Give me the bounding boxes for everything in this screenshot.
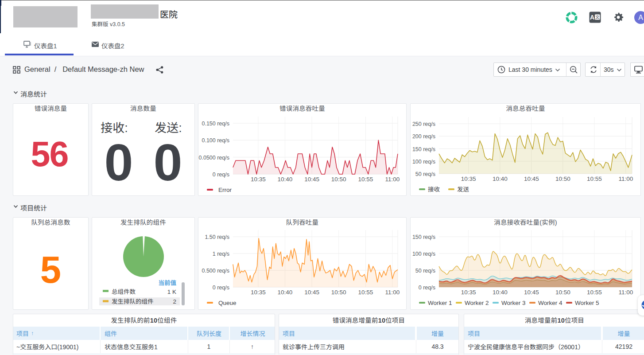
svg-text:10:50: 10:50 xyxy=(331,289,346,296)
svg-text:10:50: 10:50 xyxy=(555,289,570,296)
svg-text:0.500 req/s: 0.500 req/s xyxy=(202,268,229,274)
svg-text:11:00: 11:00 xyxy=(618,289,633,296)
svg-text:Worker 4: Worker 4 xyxy=(538,300,563,306)
svg-text:0 req/s: 0 req/s xyxy=(213,285,229,291)
svg-text:11:00: 11:00 xyxy=(618,176,633,182)
svg-text:10:35: 10:35 xyxy=(461,176,476,182)
svg-text:文: 文 xyxy=(595,15,600,20)
svg-text:10:55: 10:55 xyxy=(587,176,602,182)
svg-text:50 req/s: 50 req/s xyxy=(415,171,435,177)
svg-text:11:00: 11:00 xyxy=(385,289,400,296)
svg-text:0.0500 req/s: 0.0500 req/s xyxy=(199,155,230,161)
svg-text:250 req/s: 250 req/s xyxy=(412,121,435,127)
svg-text:10:55: 10:55 xyxy=(358,176,373,183)
svg-text:10:45: 10:45 xyxy=(524,289,539,296)
svg-text:Worker 2: Worker 2 xyxy=(465,300,489,306)
svg-text:10:40: 10:40 xyxy=(493,289,508,296)
svg-text:10:40: 10:40 xyxy=(278,176,293,183)
svg-text:10:40: 10:40 xyxy=(493,176,508,182)
svg-text:200 req/s: 200 req/s xyxy=(412,133,435,140)
svg-text:1 K: 1 K xyxy=(167,289,176,295)
svg-text:10:35: 10:35 xyxy=(251,289,266,296)
svg-text:10:45: 10:45 xyxy=(304,289,319,296)
svg-text:发送: 发送 xyxy=(457,186,469,193)
svg-text:100 req/s: 100 req/s xyxy=(412,251,435,257)
svg-text:11:00: 11:00 xyxy=(385,176,400,183)
svg-text:0.100 req/s: 0.100 req/s xyxy=(202,137,229,144)
svg-text:10:35: 10:35 xyxy=(461,289,476,296)
svg-text:发生排队的组件: 发生排队的组件 xyxy=(112,298,154,305)
svg-text:150 req/s: 150 req/s xyxy=(412,146,435,152)
svg-text:Worker 5: Worker 5 xyxy=(575,300,599,306)
svg-text:150 req/s: 150 req/s xyxy=(412,234,435,240)
svg-text:0.150 req/s: 0.150 req/s xyxy=(202,121,229,127)
svg-text:接收: 接收 xyxy=(428,186,440,193)
svg-text:100 req/s: 100 req/s xyxy=(412,159,435,165)
svg-text:0 req/s: 0 req/s xyxy=(419,285,435,291)
svg-text:10:35: 10:35 xyxy=(251,176,266,183)
svg-text:Worker 1: Worker 1 xyxy=(428,300,452,306)
svg-text:10:50: 10:50 xyxy=(555,176,570,182)
svg-text:10:45: 10:45 xyxy=(304,176,319,183)
svg-text:Queue: Queue xyxy=(218,300,237,306)
svg-text:Worker 3: Worker 3 xyxy=(501,300,526,306)
svg-text:1.50 req/s: 1.50 req/s xyxy=(205,234,229,240)
svg-text:10:40: 10:40 xyxy=(278,289,293,296)
svg-text:10:45: 10:45 xyxy=(524,176,539,182)
svg-text:10:55: 10:55 xyxy=(358,289,373,296)
svg-text:1 req/s: 1 req/s xyxy=(213,251,229,257)
svg-text:当前值: 当前值 xyxy=(159,280,177,286)
svg-text:10:55: 10:55 xyxy=(587,289,602,296)
svg-text:2: 2 xyxy=(173,298,176,305)
svg-text:10:50: 10:50 xyxy=(331,176,346,183)
svg-text:50 req/s: 50 req/s xyxy=(415,268,435,274)
svg-text:Error: Error xyxy=(218,187,232,193)
svg-text:总组件数: 总组件数 xyxy=(112,289,136,295)
svg-text:0 req/s: 0 req/s xyxy=(213,172,229,178)
svg-text:A: A xyxy=(590,14,594,21)
